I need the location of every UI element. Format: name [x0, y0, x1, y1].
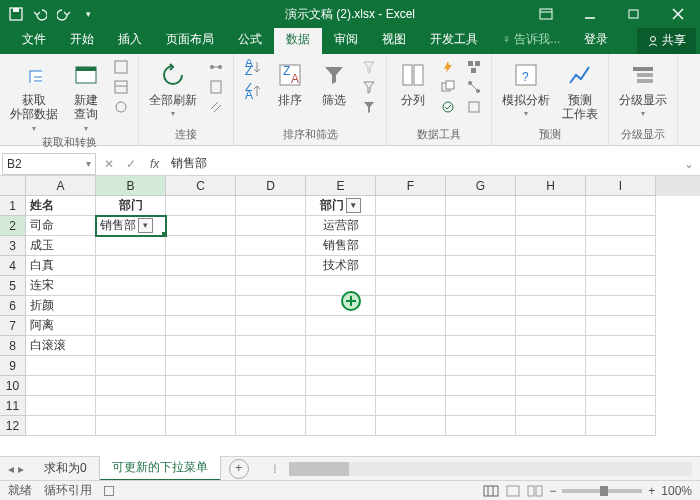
cell[interactable] [376, 216, 446, 236]
login-link[interactable]: 登录 [572, 26, 620, 54]
properties-icon[interactable] [205, 77, 227, 97]
sort-button[interactable]: ZA排序 [270, 57, 310, 109]
filter-dropdown-icon[interactable]: ▾ [346, 198, 361, 213]
cell[interactable]: 折颜 [26, 296, 96, 316]
cell[interactable] [236, 336, 306, 356]
cell[interactable]: 部门▾ [306, 196, 376, 216]
cell[interactable] [586, 396, 656, 416]
cell[interactable] [446, 256, 516, 276]
cell[interactable] [376, 296, 446, 316]
cell[interactable]: 司命 [26, 216, 96, 236]
cell[interactable] [166, 236, 236, 256]
close-icon[interactable] [656, 0, 700, 28]
cell[interactable] [446, 376, 516, 396]
sort-za-icon[interactable]: ZA [240, 81, 266, 103]
cell[interactable] [306, 276, 376, 296]
cell[interactable] [446, 276, 516, 296]
row-header[interactable]: 11 [0, 396, 26, 416]
relationships-icon[interactable] [463, 77, 485, 97]
cell[interactable]: 连宋 [26, 276, 96, 296]
cell[interactable] [516, 216, 586, 236]
cell[interactable] [516, 416, 586, 436]
fx-icon[interactable]: fx [144, 157, 165, 171]
cell[interactable] [166, 336, 236, 356]
cell[interactable]: 部门 [96, 196, 166, 216]
tab-developer[interactable]: 开发工具 [418, 26, 490, 54]
cell[interactable] [446, 396, 516, 416]
cell[interactable]: 姓名 [26, 196, 96, 216]
get-external-data-button[interactable]: 获取 外部数据▾ [6, 57, 62, 135]
tab-layout[interactable]: 页面布局 [154, 26, 226, 54]
column-header[interactable]: G [446, 176, 516, 196]
cell[interactable] [306, 376, 376, 396]
column-header[interactable]: B [96, 176, 166, 196]
minimize-icon[interactable] [568, 0, 612, 28]
cell[interactable] [236, 236, 306, 256]
cell[interactable] [446, 416, 516, 436]
filter-button[interactable]: 筛选 [314, 57, 354, 109]
cell[interactable] [516, 296, 586, 316]
column-header[interactable]: I [586, 176, 656, 196]
cell[interactable] [236, 296, 306, 316]
tab-view[interactable]: 视图 [370, 26, 418, 54]
cell[interactable] [586, 356, 656, 376]
column-header[interactable]: E [306, 176, 376, 196]
cell[interactable] [376, 316, 446, 336]
cell[interactable] [376, 336, 446, 356]
window-help-icon[interactable] [524, 0, 568, 28]
horizontal-scrollbar[interactable] [289, 462, 692, 476]
tab-data[interactable]: 数据 [274, 26, 322, 54]
cell[interactable] [586, 336, 656, 356]
save-icon[interactable] [8, 6, 24, 22]
cell[interactable] [376, 256, 446, 276]
row-header[interactable]: 10 [0, 376, 26, 396]
maximize-icon[interactable] [612, 0, 656, 28]
cell[interactable] [166, 196, 236, 216]
flash-fill-icon[interactable] [437, 57, 459, 77]
cell[interactable] [236, 216, 306, 236]
cell[interactable]: 成玉 [26, 236, 96, 256]
row-header[interactable]: 4 [0, 256, 26, 276]
cell[interactable] [96, 236, 166, 256]
cell[interactable]: 白真 [26, 256, 96, 276]
cell[interactable] [96, 416, 166, 436]
cell[interactable] [446, 216, 516, 236]
qat-more-icon[interactable]: ▾ [80, 6, 96, 22]
cell[interactable] [516, 196, 586, 216]
cell[interactable] [236, 316, 306, 336]
cell[interactable] [26, 416, 96, 436]
cell[interactable] [376, 376, 446, 396]
cell[interactable] [236, 256, 306, 276]
select-all-button[interactable] [0, 176, 26, 196]
cell[interactable] [166, 256, 236, 276]
undo-icon[interactable] [32, 6, 48, 22]
cell[interactable]: 技术部 [306, 256, 376, 276]
row-header[interactable]: 9 [0, 356, 26, 376]
cell[interactable] [516, 276, 586, 296]
cell[interactable] [376, 196, 446, 216]
cell[interactable] [306, 316, 376, 336]
cell[interactable] [166, 296, 236, 316]
cell[interactable] [516, 356, 586, 376]
cell[interactable] [96, 296, 166, 316]
cell[interactable] [446, 296, 516, 316]
row-header[interactable]: 1 [0, 196, 26, 216]
cell[interactable] [96, 396, 166, 416]
cell[interactable] [446, 316, 516, 336]
cell[interactable] [166, 216, 236, 236]
cell[interactable] [306, 416, 376, 436]
zoom-out-icon[interactable]: − [549, 484, 556, 498]
cell[interactable] [236, 196, 306, 216]
refresh-all-button[interactable]: 全部刷新▾ [145, 57, 201, 121]
cell[interactable] [166, 376, 236, 396]
page-layout-view-icon[interactable] [505, 485, 521, 497]
row-header[interactable]: 3 [0, 236, 26, 256]
tab-insert[interactable]: 插入 [106, 26, 154, 54]
cell[interactable]: 阿离 [26, 316, 96, 336]
cell[interactable] [586, 376, 656, 396]
zoom-slider[interactable] [562, 489, 642, 493]
sheet-tab[interactable]: 求和为0 [32, 457, 100, 480]
cell[interactable]: 销售部 [306, 236, 376, 256]
data-validation-icon[interactable] [437, 97, 459, 117]
tell-me[interactable]: ♀ 告诉我... [490, 26, 572, 54]
